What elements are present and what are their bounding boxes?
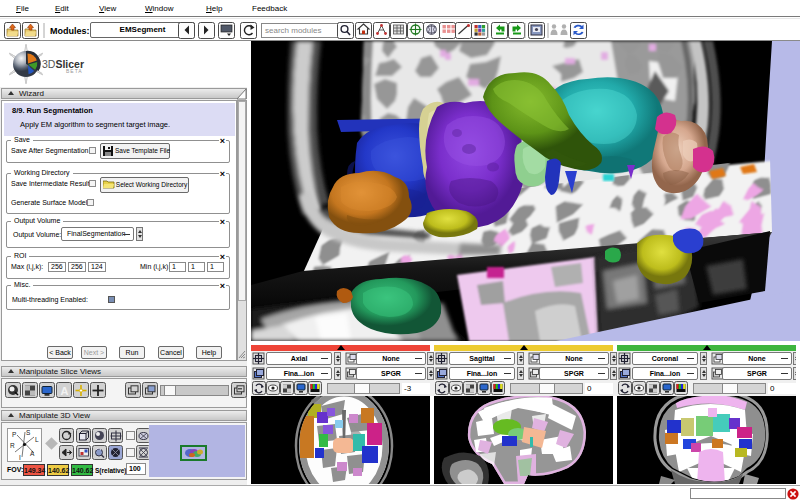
svg-text:I: I [19,454,21,461]
svg-text:L: L [35,436,39,443]
svg-text:P: P [12,431,16,438]
svg-text:A: A [30,450,35,457]
svg-text:R: R [10,442,15,449]
svg-text:A: A [61,385,69,397]
svg-text:S: S [26,429,31,436]
